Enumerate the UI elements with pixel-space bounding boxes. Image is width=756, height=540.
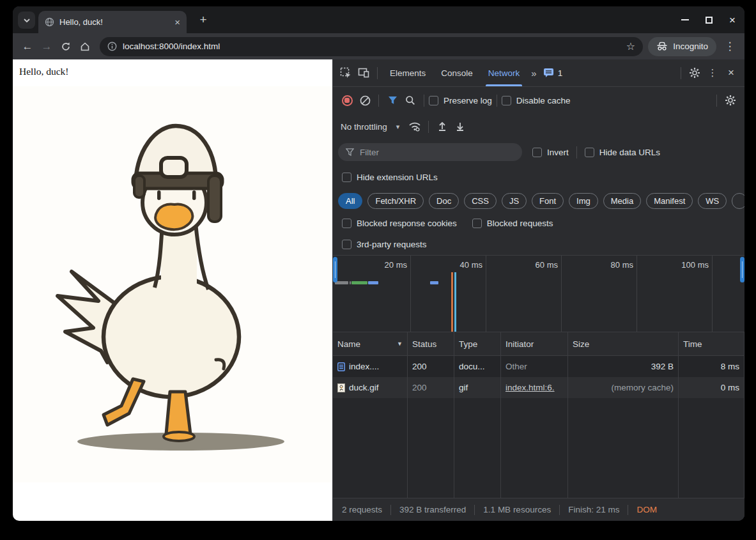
- column-header-name[interactable]: Name ▼: [333, 332, 408, 356]
- network-status-bar: 2 requests 392 B transferred 1.1 MB reso…: [333, 498, 744, 521]
- network-overview-timeline[interactable]: 20 ms 40 ms 60 ms 80 ms 100 ms: [333, 256, 744, 332]
- issues-count: 1: [558, 68, 563, 78]
- chip-manifest[interactable]: Manifest: [646, 193, 693, 209]
- browser-window: Hello, duck! × + × ← →: [13, 6, 744, 521]
- column-header-initiator[interactable]: Initiator: [501, 332, 568, 356]
- gear-icon: [725, 95, 736, 106]
- table-row-index[interactable]: index.... 200 docu... Other 392 B 8 ms: [333, 356, 744, 377]
- preserve-log-checkbox[interactable]: Preserve log: [429, 96, 492, 105]
- browser-tab[interactable]: Hello, duck! ×: [38, 11, 187, 33]
- home-button[interactable]: [75, 37, 95, 56]
- browser-menu-button[interactable]: ⋮: [720, 37, 739, 56]
- column-header-type[interactable]: Type: [454, 332, 501, 356]
- initiator-link[interactable]: index.html:6.: [505, 383, 555, 392]
- cell-type[interactable]: gif: [454, 377, 501, 398]
- throttling-select[interactable]: No throttling: [341, 122, 387, 132]
- cell-initiator[interactable]: Other: [501, 356, 568, 377]
- chip-media[interactable]: Media: [603, 193, 641, 209]
- url-bar[interactable]: localhost:8000/index.html ☆: [100, 37, 643, 56]
- chip-js[interactable]: JS: [502, 193, 527, 209]
- issues-counter[interactable]: 1: [539, 68, 567, 78]
- tab-close-button[interactable]: ×: [174, 17, 180, 27]
- url-text[interactable]: localhost:8000/index.html: [123, 42, 621, 51]
- invert-checkbox[interactable]: Invert: [532, 148, 569, 157]
- tab-title: Hello, duck!: [59, 17, 169, 27]
- filter-input[interactable]: Filter: [338, 143, 522, 161]
- devtools-panel: Elements Console Network » 1: [332, 59, 744, 521]
- network-settings-button[interactable]: [721, 91, 739, 109]
- chip-font[interactable]: Font: [532, 193, 564, 209]
- bookmark-star-icon[interactable]: ☆: [626, 40, 635, 52]
- tab-elements[interactable]: Elements: [382, 59, 433, 86]
- chip-fetch-xhr[interactable]: Fetch/XHR: [367, 193, 424, 209]
- gridline: [410, 256, 411, 332]
- devtools-settings-button[interactable]: [686, 64, 704, 82]
- chip-all[interactable]: All: [338, 193, 362, 209]
- tab-console[interactable]: Console: [433, 59, 481, 86]
- checkbox-icon: [502, 96, 511, 105]
- home-icon: [80, 42, 90, 52]
- record-network-log-button[interactable]: [338, 91, 356, 109]
- import-har-button[interactable]: [433, 118, 451, 135]
- column-header-size[interactable]: Size: [568, 332, 679, 356]
- third-party-requests-checkbox[interactable]: 3rd-party requests: [342, 240, 427, 249]
- back-button[interactable]: ←: [18, 37, 37, 56]
- device-toolbar-button[interactable]: [355, 64, 373, 82]
- chip-doc[interactable]: Doc: [429, 193, 459, 209]
- cell-size[interactable]: 392 B: [568, 356, 679, 377]
- cell-status[interactable]: 200: [408, 377, 454, 398]
- blocked-requests-checkbox[interactable]: Blocked requests: [472, 219, 553, 228]
- new-tab-button[interactable]: +: [196, 12, 211, 27]
- site-info-icon[interactable]: [107, 42, 117, 51]
- hide-data-urls-checkbox[interactable]: Hide data URLs: [585, 148, 660, 157]
- funnel-icon: [346, 148, 354, 156]
- forward-button[interactable]: →: [37, 37, 56, 56]
- cell-status[interactable]: 200: [408, 356, 454, 377]
- timeline-left-handle[interactable]: [333, 257, 337, 282]
- blocked-response-cookies-checkbox[interactable]: Blocked response cookies: [342, 219, 457, 228]
- search-button[interactable]: [401, 91, 419, 109]
- hide-extension-urls-checkbox[interactable]: Hide extension URLs: [342, 173, 438, 182]
- cell-size[interactable]: (memory cache): [568, 377, 679, 398]
- minimize-button[interactable]: [681, 19, 689, 20]
- inspect-element-button[interactable]: [337, 64, 355, 82]
- cell-initiator[interactable]: index.html:6.: [501, 377, 568, 398]
- table-row-duck-gif[interactable]: duck.gif 200 gif index.html:6. (memory c…: [333, 377, 744, 398]
- waterfall-bar-cached: [430, 281, 438, 284]
- incognito-label: Incognito: [673, 42, 708, 51]
- close-window-button[interactable]: ×: [729, 15, 736, 26]
- network-conditions-button[interactable]: [406, 118, 424, 135]
- chip-css[interactable]: CSS: [464, 193, 497, 209]
- reload-button[interactable]: [56, 37, 75, 56]
- gridline: [712, 256, 713, 332]
- tab-network[interactable]: Network: [481, 59, 528, 86]
- devtools-close-button[interactable]: ×: [721, 66, 741, 79]
- dcl-event-line: [454, 272, 456, 332]
- chip-partial[interactable]: [732, 193, 744, 209]
- clear-icon: [360, 95, 371, 106]
- chip-img[interactable]: Img: [569, 193, 598, 209]
- tab-search-button[interactable]: [18, 12, 35, 29]
- disable-cache-checkbox[interactable]: Disable cache: [502, 96, 571, 105]
- cell-time[interactable]: 0 ms: [679, 377, 744, 398]
- finish-time: Finish: 21 ms: [559, 505, 628, 515]
- filter-toggle-button[interactable]: [383, 91, 401, 109]
- tick-label: 20 ms: [362, 260, 407, 270]
- chip-ws[interactable]: WS: [698, 193, 727, 209]
- column-header-status[interactable]: Status: [408, 332, 454, 356]
- third-party-row: 3rd-party requests: [333, 234, 744, 256]
- export-har-button[interactable]: [451, 118, 469, 135]
- maximize-button[interactable]: [706, 17, 713, 24]
- cell-name[interactable]: index....: [333, 356, 408, 377]
- column-header-time[interactable]: Time: [679, 332, 744, 356]
- cell-type[interactable]: docu...: [454, 356, 501, 377]
- cell-name[interactable]: duck.gif: [333, 377, 408, 398]
- network-toolbar: Preserve log Disable cache: [333, 87, 744, 114]
- funnel-icon: [388, 96, 397, 105]
- cell-time[interactable]: 8 ms: [679, 356, 744, 377]
- clear-network-log-button[interactable]: [356, 91, 374, 109]
- request-type-chips: All Fetch/XHR Doc CSS JS Font Img Media …: [333, 189, 744, 212]
- timeline-right-handle[interactable]: [740, 257, 744, 282]
- more-tabs-button[interactable]: »: [527, 68, 539, 79]
- devtools-menu-button[interactable]: ⋮: [704, 64, 721, 82]
